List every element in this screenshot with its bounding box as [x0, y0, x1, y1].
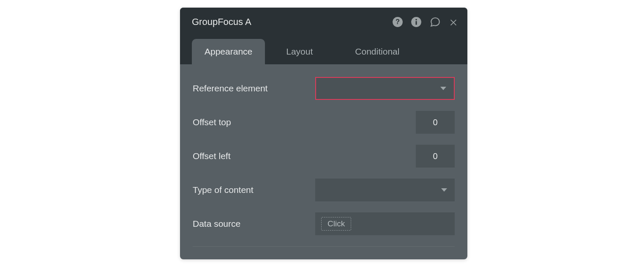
panel-body: Reference element Offset top Offset left…	[180, 64, 467, 259]
property-panel: GroupFocus A ? Appearance Layout Conditi…	[180, 8, 467, 259]
panel-title: GroupFocus A	[192, 16, 251, 28]
label-offset-top: Offset top	[193, 117, 231, 127]
row-type-of-content: Type of content	[193, 179, 455, 201]
dropdown-type-of-content[interactable]	[315, 179, 455, 201]
row-offset-left: Offset left	[193, 145, 455, 168]
comment-icon[interactable]	[429, 16, 441, 28]
input-offset-top[interactable]	[416, 111, 455, 134]
chevron-down-icon	[440, 87, 446, 90]
offset-top-wrap	[315, 111, 455, 134]
svg-rect-3	[415, 21, 417, 25]
svg-point-4	[415, 19, 417, 20]
tab-appearance[interactable]: Appearance	[192, 39, 265, 64]
tab-conditional[interactable]: Conditional	[334, 39, 420, 64]
panel-header: GroupFocus A ?	[180, 8, 467, 36]
section-divider	[193, 246, 455, 247]
row-offset-top: Offset top	[193, 111, 455, 134]
click-chip[interactable]: Click	[321, 217, 351, 231]
label-type-of-content: Type of content	[193, 185, 254, 195]
label-offset-left: Offset left	[193, 151, 231, 161]
input-offset-left[interactable]	[416, 145, 455, 168]
info-icon[interactable]	[411, 16, 422, 28]
row-reference-element: Reference element	[193, 77, 455, 100]
data-source-box[interactable]: Click	[315, 212, 455, 235]
label-reference-element: Reference element	[193, 83, 267, 94]
label-data-source: Data source	[193, 219, 240, 229]
help-icon[interactable]: ?	[392, 16, 403, 28]
offset-left-wrap	[315, 145, 455, 168]
dropdown-reference-element[interactable]	[315, 77, 455, 100]
chevron-down-icon	[441, 188, 447, 192]
svg-text:?: ?	[396, 18, 400, 25]
close-icon[interactable]	[449, 17, 458, 27]
header-icon-group: ?	[392, 16, 458, 28]
tab-layout[interactable]: Layout	[265, 39, 334, 64]
row-data-source: Data source Click	[193, 212, 455, 235]
tabs-bar: Appearance Layout Conditional	[180, 36, 467, 64]
